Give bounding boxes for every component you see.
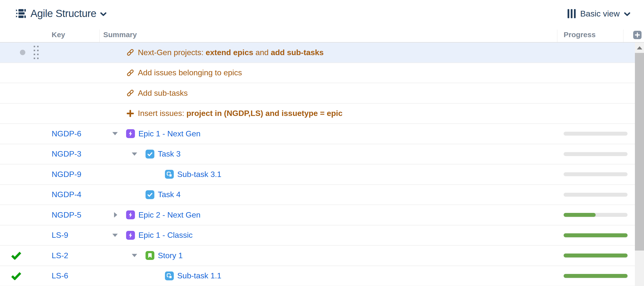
issue-summary-link[interactable]: Task 4: [158, 190, 180, 199]
progress-bar: [564, 172, 628, 176]
arrow-up-icon: [637, 46, 642, 50]
progress-bar: [564, 132, 628, 136]
progress-bar: [564, 152, 628, 156]
generator-row[interactable]: Next-Gen projects: extend epics and add …: [0, 43, 635, 63]
progress-fill: [564, 233, 628, 237]
column-separator: [557, 30, 558, 42]
resolved-check-icon: [11, 272, 22, 280]
columns-icon: [568, 9, 576, 18]
chevron-down-icon: [624, 12, 630, 16]
issue-key-link[interactable]: NGDP-5: [52, 205, 81, 225]
progress-bar: [564, 274, 628, 278]
progress-fill: [564, 253, 628, 257]
view-selector[interactable]: Basic view: [568, 0, 630, 27]
plus-icon: [126, 109, 134, 118]
table-header: Key Summary Progress: [0, 27, 644, 43]
scrollbar-thumb[interactable]: [635, 53, 644, 250]
summary-cell: Add issues belonging to epics: [126, 63, 242, 83]
generator-row[interactable]: Add issues belonging to epics: [0, 63, 635, 83]
summary-cell: Add sub-tasks: [126, 83, 188, 103]
issue-row[interactable]: NGDP-6Epic 1 - Next Gen: [0, 124, 635, 144]
collapse-arrow-icon[interactable]: [132, 254, 137, 257]
issue-key-link[interactable]: NGDP-4: [52, 185, 81, 205]
view-label: Basic view: [580, 9, 620, 19]
summary-cell: Sub-task 1.1: [165, 266, 222, 286]
summary-cell: Task 4: [146, 185, 180, 205]
summary-segment: project in (NGDP,LS) and issuetype = epi…: [186, 109, 342, 118]
column-header-key[interactable]: Key: [52, 27, 65, 42]
issue-row[interactable]: LS-9Epic 1 - Classic: [0, 225, 635, 246]
collapse-arrow-icon[interactable]: [132, 152, 137, 156]
structure-selector[interactable]: Agile Structure: [15, 0, 106, 27]
summary-cell: Sub-task 3.1: [165, 165, 222, 184]
issue-key-link[interactable]: NGDP-6: [52, 124, 81, 144]
column-separator: [99, 30, 100, 42]
generator-summary[interactable]: Next-Gen projects: extend epics and add …: [138, 48, 324, 57]
progress-bar: [564, 193, 628, 197]
summary-segment: add sub-tasks: [271, 48, 324, 57]
generator-summary[interactable]: Insert issues: project in (NGDP,LS) and …: [138, 109, 343, 118]
summary-cell: Epic 1 - Classic: [126, 225, 193, 245]
generator-summary[interactable]: Add issues belonging to epics: [138, 68, 242, 77]
epic-icon: [126, 231, 135, 240]
summary-segment: extend epics: [206, 48, 254, 57]
issue-key-link[interactable]: LS-6: [52, 266, 68, 286]
summary-cell: Task 3: [146, 144, 180, 164]
collapse-arrow-icon[interactable]: [112, 234, 118, 237]
generator-row[interactable]: Add sub-tasks: [0, 83, 635, 104]
issue-row[interactable]: NGDP-4Task 4: [0, 185, 635, 205]
column-header-summary[interactable]: Summary: [103, 27, 137, 42]
issue-summary-link[interactable]: Sub-task 1.1: [177, 271, 222, 280]
progress-bar: [564, 213, 628, 217]
issue-row[interactable]: NGDP-5Epic 2 - Next Gen: [0, 205, 635, 225]
progress-bar: [564, 233, 628, 237]
issue-summary-link[interactable]: Story 1: [158, 251, 183, 260]
progress-fill: [564, 274, 628, 278]
summary-cell: Epic 1 - Next Gen: [126, 124, 200, 144]
summary-cell: Story 1: [146, 246, 183, 265]
issue-key-link[interactable]: LS-9: [52, 225, 68, 245]
issue-row[interactable]: NGDP-9Sub-task 3.1: [0, 165, 635, 185]
issue-summary-link[interactable]: Sub-task 3.1: [177, 170, 222, 179]
link-icon: [126, 89, 134, 97]
summary-segment: Add issues belonging to epics: [138, 68, 242, 77]
scroll-up-button[interactable]: [635, 43, 644, 53]
add-column-button[interactable]: [633, 31, 642, 39]
story-icon: [146, 251, 154, 260]
task-icon: [146, 190, 154, 199]
collapse-arrow-icon[interactable]: [112, 132, 118, 135]
issue-summary-link[interactable]: Epic 1 - Next Gen: [138, 129, 200, 138]
issue-summary-link[interactable]: Epic 1 - Classic: [138, 231, 193, 240]
chevron-down-icon: [100, 12, 106, 16]
issue-key-link[interactable]: LS-2: [52, 246, 68, 265]
vertical-scrollbar[interactable]: [635, 43, 644, 286]
resolved-check-icon: [11, 251, 22, 260]
issue-row[interactable]: NGDP-3Task 3: [0, 144, 635, 165]
issue-summary-link[interactable]: Epic 2 - Next Gen: [138, 210, 200, 220]
structure-board: Agile Structure Basic view Key Summary P…: [0, 0, 644, 286]
progress-fill: [564, 213, 596, 217]
issue-summary-link[interactable]: Task 3: [158, 150, 180, 159]
title-bar: Agile Structure Basic view: [0, 0, 644, 27]
summary-cell: Epic 2 - Next Gen: [126, 205, 200, 225]
column-header-progress[interactable]: Progress: [564, 27, 596, 42]
issue-key-link[interactable]: NGDP-3: [52, 144, 81, 164]
epic-icon: [126, 210, 135, 219]
expand-arrow-icon[interactable]: [114, 212, 117, 218]
summary-segment: Insert issues:: [138, 109, 186, 118]
link-icon: [126, 69, 134, 77]
epic-icon: [126, 129, 135, 138]
issue-key-link[interactable]: NGDP-9: [52, 165, 81, 184]
link-icon: [126, 48, 134, 57]
issue-row[interactable]: LS-2Story 1: [0, 246, 635, 266]
summary-segment: and: [254, 48, 271, 57]
summary-cell: Insert issues: project in (NGDP,LS) and …: [126, 104, 343, 123]
structure-icon: [15, 8, 26, 19]
summary-segment: Add sub-tasks: [138, 89, 188, 97]
drag-handle[interactable]: [34, 46, 38, 59]
plus-icon: [635, 33, 640, 37]
issue-row[interactable]: LS-6Sub-task 1.1: [0, 266, 635, 286]
generator-summary[interactable]: Add sub-tasks: [138, 89, 188, 98]
generator-row[interactable]: Insert issues: project in (NGDP,LS) and …: [0, 104, 635, 124]
subtask-icon: [165, 271, 174, 280]
